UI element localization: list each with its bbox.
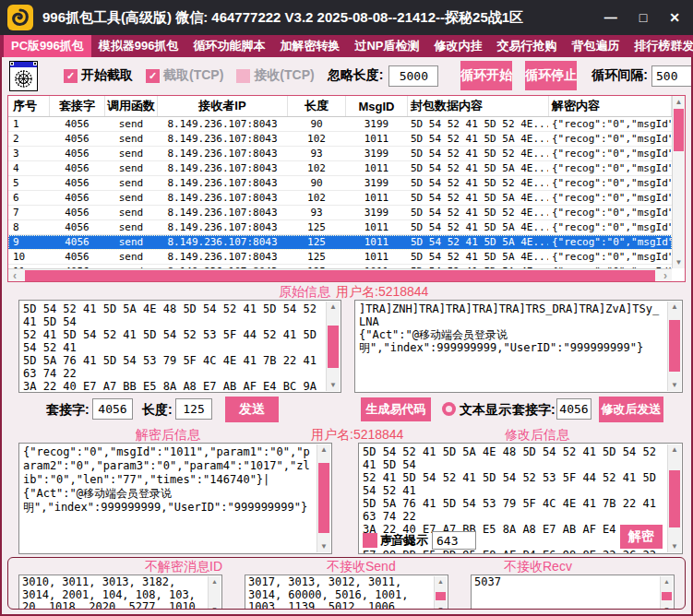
table-row[interactable]: 24056send8.149.236.107:804310210115D 54 … bbox=[8, 132, 672, 147]
no-decrypt-textarea[interactable]: 3010, 3011, 3013, 3182, 3014, 2001, 104,… bbox=[19, 575, 221, 610]
table-row[interactable]: 104056send8.149.236.107:804312510115D 54… bbox=[8, 250, 672, 265]
tab-rank-broadcast[interactable]: 排行榜群发 bbox=[627, 35, 693, 57]
table-row[interactable]: 94056send8.149.236.107:804312510115D 54 … bbox=[8, 235, 672, 250]
table-vertical-scrollbar[interactable]: ▲ ▼ bbox=[672, 96, 685, 268]
original-decoded-thumb[interactable] bbox=[669, 320, 680, 372]
table-header-cell[interactable]: 调用函数 bbox=[105, 96, 158, 116]
minimize-button[interactable]: — bbox=[604, 10, 617, 25]
tab-loop-script[interactable]: 循环功能脚本 bbox=[185, 35, 272, 57]
capture-tcp-checkbox[interactable]: ✓ bbox=[146, 69, 160, 83]
table-hscroll-thumb[interactable] bbox=[25, 270, 655, 281]
table-header-cell[interactable]: 序号 bbox=[8, 96, 50, 116]
scroll-down-icon[interactable]: ▼ bbox=[209, 606, 221, 610]
original-hex-textarea[interactable]: 5D 54 52 41 5D 5A 4E 48 5D 54 52 41 5D 5… bbox=[19, 301, 341, 392]
scroll-left-icon[interactable]: ‹ bbox=[8, 270, 21, 281]
table-row[interactable]: 54056send8.149.236.107:80439031995D 54 5… bbox=[8, 176, 672, 191]
loop-interval-input[interactable] bbox=[651, 65, 693, 87]
scroll-down-icon[interactable]: ▼ bbox=[317, 541, 330, 552]
loop-start-button[interactable]: 循环开始 bbox=[460, 61, 512, 90]
panda-swirl-icon bbox=[10, 7, 30, 28]
no-send-scrollbar[interactable]: ▲ ▼ bbox=[434, 576, 447, 610]
scroll-down-icon[interactable]: ▼ bbox=[668, 380, 681, 391]
decrypted-scrollbar[interactable]: ▲ ▼ bbox=[317, 444, 330, 552]
scroll-up-icon[interactable]: ▲ bbox=[435, 578, 447, 585]
table-row[interactable]: 84056send8.149.236.107:804312510115D 54 … bbox=[8, 220, 672, 235]
socket-input[interactable] bbox=[92, 398, 133, 420]
scroll-down-icon[interactable]: ▼ bbox=[673, 256, 685, 268]
loop-stop-button[interactable]: 循环停止 bbox=[525, 61, 577, 90]
table-header-cell[interactable]: 套接字 bbox=[50, 96, 105, 116]
send-button[interactable]: 发送 bbox=[225, 397, 279, 422]
table-header-cell[interactable]: 封包数据内容 bbox=[408, 96, 549, 116]
table-cell: 3199 bbox=[346, 206, 408, 219]
scroll-up-icon[interactable]: ▲ bbox=[668, 444, 681, 456]
original-info-label: 原始信息 bbox=[279, 284, 330, 301]
decrypt-button[interactable]: 解密 bbox=[620, 525, 663, 549]
scroll-down-icon[interactable]: ▼ bbox=[661, 606, 673, 610]
tab-np-shield[interactable]: 过NP盾检测 bbox=[347, 35, 426, 57]
table-cell: {"recog":"0","msgId"... bbox=[549, 206, 672, 219]
scroll-up-icon[interactable]: ▲ bbox=[673, 96, 685, 108]
table-row[interactable]: 74056send8.149.236.107:80439331995D 54 5… bbox=[8, 206, 672, 220]
length-input[interactable] bbox=[175, 398, 212, 420]
scroll-down-icon[interactable]: ▼ bbox=[327, 380, 340, 391]
close-button[interactable]: ✕ bbox=[669, 10, 680, 25]
text-display-radio[interactable] bbox=[442, 402, 456, 416]
no-recv-scrollbar[interactable]: ▲ ▼ bbox=[660, 576, 673, 610]
modified-hex-scrollbar[interactable]: ▲ ▼ bbox=[667, 444, 681, 552]
no-send-textarea[interactable]: 3017, 3013, 3012, 3011, 3014, 60000, 501… bbox=[245, 575, 448, 610]
table-row[interactable]: 34056send8.149.236.107:80439331995D 54 5… bbox=[8, 147, 672, 161]
decrypted-textarea[interactable]: {"recog":"0","msgId":"1011","param1":"0"… bbox=[19, 444, 331, 553]
ignore-length-input[interactable] bbox=[388, 65, 438, 87]
receive-tcp-label: 接收(TCP) bbox=[254, 67, 314, 84]
scroll-down-icon[interactable]: ▼ bbox=[435, 606, 447, 610]
tab-encrypt-convert[interactable]: 加解密转换 bbox=[272, 35, 347, 57]
table-cell: 8.149.236.107:8043 bbox=[158, 147, 288, 160]
table-cell: 5D 54 52 41 5D 52 4E... bbox=[408, 147, 549, 160]
sound-alert-checkbox[interactable] bbox=[363, 533, 377, 548]
table-vscroll-thumb[interactable] bbox=[674, 109, 684, 151]
scroll-up-icon[interactable]: ▲ bbox=[209, 578, 221, 585]
table-row[interactable]: 44056send8.149.236.107:804310210115D 54 … bbox=[8, 161, 672, 176]
table-cell: 93 bbox=[288, 206, 346, 219]
no-recv-textarea[interactable]: 5037 bbox=[472, 575, 674, 610]
original-decoded-scrollbar[interactable]: ▲ ▼ bbox=[667, 302, 681, 391]
scroll-up-icon[interactable]: ▲ bbox=[668, 302, 681, 313]
start-capture-checkbox[interactable]: ✓ bbox=[64, 69, 78, 83]
tab-pc-capture[interactable]: PC版996抓包 bbox=[4, 35, 91, 57]
generate-code-button[interactable]: 生成易代码 bbox=[361, 397, 431, 421]
original-decoded-textarea[interactable]: ]TRA]ZNH]TRA]TRA]TRA]TRA]TRS_DRA]TRA]ZvA… bbox=[355, 301, 682, 392]
no-send-thumb[interactable] bbox=[436, 592, 446, 600]
table-horizontal-scrollbar[interactable]: ‹ › bbox=[8, 268, 672, 281]
tab-modify-hook[interactable]: 修改内挂 bbox=[427, 35, 490, 57]
scroll-up-icon[interactable]: ▲ bbox=[317, 444, 330, 456]
table-header-cell[interactable]: 长度 bbox=[288, 96, 346, 116]
no-decrypt-scrollbar[interactable]: ▲ ▼ bbox=[208, 576, 221, 610]
modified-hex-thumb[interactable] bbox=[669, 470, 680, 527]
capture-window-icon[interactable] bbox=[9, 61, 38, 91]
scroll-down-icon[interactable]: ▼ bbox=[668, 541, 681, 552]
sound-msgid-input[interactable] bbox=[432, 531, 476, 550]
receive-tcp-checkbox[interactable] bbox=[236, 69, 250, 83]
scroll-up-icon[interactable]: ▲ bbox=[661, 578, 673, 585]
socket2-input[interactable] bbox=[556, 398, 591, 420]
table-cell: 4056 bbox=[50, 176, 105, 190]
tab-emulator-capture[interactable]: 模拟器996抓包 bbox=[91, 35, 186, 57]
maximize-button[interactable]: □ bbox=[639, 10, 647, 25]
table-cell: send bbox=[105, 206, 158, 219]
original-hex-scrollbar[interactable]: ▲ ▼ bbox=[326, 302, 340, 391]
tab-bag-traverse[interactable]: 背包遍历 bbox=[565, 35, 627, 57]
tab-market-sniper[interactable]: 交易行抢购 bbox=[490, 35, 565, 57]
scroll-right-icon[interactable]: › bbox=[659, 270, 672, 281]
table-header-cell[interactable]: 解密内容 bbox=[549, 96, 672, 116]
table-row[interactable]: 14056send8.149.236.107:80439031995D 54 5… bbox=[8, 117, 672, 132]
table-cell: 5D 54 52 41 5D 5A 4E... bbox=[408, 250, 549, 264]
no-recv-thumb[interactable] bbox=[662, 592, 672, 600]
scroll-up-icon[interactable]: ▲ bbox=[327, 302, 340, 313]
send-modified-button[interactable]: 修改后发送 bbox=[599, 397, 663, 422]
table-header-cell[interactable]: MsgID bbox=[346, 96, 408, 116]
table-header-cell[interactable]: 接收者IP bbox=[158, 96, 288, 116]
original-hex-thumb[interactable] bbox=[328, 326, 339, 368]
table-row[interactable]: 64056send8.149.236.107:804310210115D 54 … bbox=[8, 191, 672, 206]
decrypted-thumb[interactable] bbox=[318, 463, 329, 533]
